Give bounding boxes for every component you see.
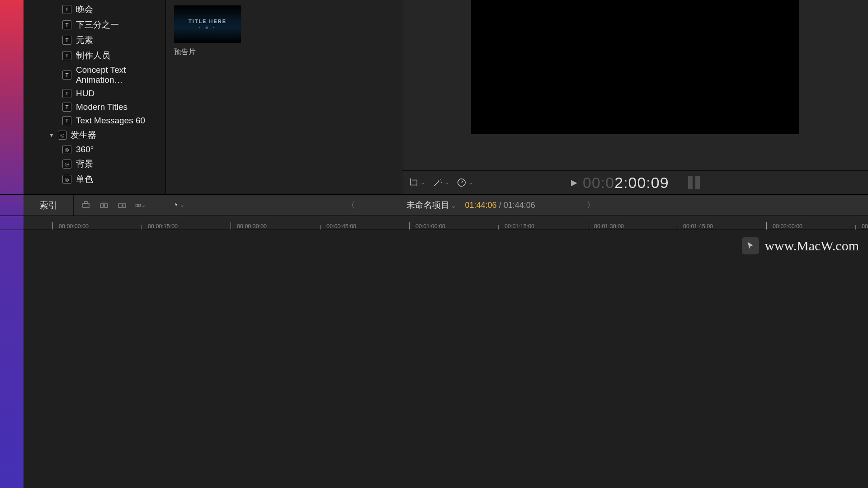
sidebar-group-generators[interactable]: ▼ ◎ 发生器: [24, 127, 165, 143]
sidebar-generator-item[interactable]: ◎背景: [24, 156, 165, 172]
viewer-toolbar: ⌵ ⌵ ⌵ ▶ 00:02:00:09: [402, 170, 868, 194]
sidebar: T晚会 T下三分之一 T元素 T制作人员 TConcept Text Anima…: [24, 0, 166, 194]
disclosure-triangle-icon: ▼: [49, 132, 54, 138]
chevron-down-icon: ⌵: [445, 180, 448, 186]
ruler-tick: 00:01:30:00: [594, 223, 624, 230]
sidebar-label: Text Messages 60: [76, 116, 145, 126]
gauge-icon: [457, 178, 467, 188]
total-time: 01:44:06: [504, 201, 535, 210]
crop-icon: [409, 178, 419, 188]
title-icon: T: [62, 70, 71, 80]
sidebar-generator-item[interactable]: ◎单色: [24, 172, 165, 187]
sidebar-label: Modern Titles: [76, 102, 127, 112]
project-info: 〈 未命名项目 ⌵ 01:44:06 / 01:44:06 〉: [342, 199, 599, 211]
connect-clip-icon[interactable]: [81, 200, 91, 210]
svg-rect-1: [83, 203, 89, 207]
ruler-tick: 00:01:15:00: [505, 223, 534, 230]
history-forward-button[interactable]: 〉: [582, 200, 599, 211]
enhance-tool-button[interactable]: ⌵: [433, 178, 448, 188]
sidebar-label: 制作人员: [76, 50, 110, 61]
timeline-tool-row: ⌵ ⌵: [74, 200, 184, 210]
history-back-button[interactable]: 〈: [342, 200, 359, 211]
sidebar-title-item[interactable]: T下三分之一: [24, 17, 165, 33]
ruler-tick: 00:: [862, 223, 868, 230]
title-icon: T: [62, 5, 71, 14]
sidebar-title-item[interactable]: TConcept Text Animation…: [24, 63, 165, 87]
sidebar-title-item[interactable]: T制作人员: [24, 48, 165, 63]
app-root: T晚会 T下三分之一 T元素 T制作人员 TConcept Text Anima…: [0, 0, 868, 488]
project-name[interactable]: 未命名项目 ⌵: [406, 199, 455, 211]
title-icon: T: [62, 89, 71, 98]
timeline-header: 索引 ⌵ ⌵ 〈 未命名项目 ⌵ 01:44:06 / 01:44:06 〉: [0, 194, 868, 216]
viewer-area: [402, 0, 868, 170]
title-icon: T: [62, 36, 71, 45]
sidebar-label: Concept Text Animation…: [76, 65, 165, 85]
desktop-edge: [0, 0, 24, 194]
chevron-down-icon: ⌵: [142, 202, 145, 208]
ruler-tick: 00:00:00:00: [59, 223, 89, 230]
current-time: 01:44:06: [465, 201, 497, 210]
timecode-value: 2:00:09: [614, 174, 669, 192]
sidebar-title-item[interactable]: T晚会: [24, 2, 165, 17]
sidebar-title-item[interactable]: THUD: [24, 87, 165, 100]
project-timecode: 01:44:06 / 01:44:06: [465, 201, 535, 210]
generator-icon: ◎: [58, 131, 67, 140]
title-icon: T: [62, 20, 71, 29]
watermark: www.MacW.com: [742, 237, 859, 254]
svg-rect-6: [123, 204, 126, 207]
ruler-tick: 00:02:00:00: [773, 223, 802, 230]
overwrite-clip-icon[interactable]: ⌵: [135, 200, 145, 210]
top-region: T晚会 T下三分之一 T元素 T制作人员 TConcept Text Anima…: [0, 0, 868, 194]
ruler-tick: 00:00:45:00: [326, 223, 356, 230]
ruler-tick: 00:00:15:00: [148, 223, 178, 230]
sidebar-label: 背景: [76, 158, 93, 170]
retime-tool-button[interactable]: ⌵: [457, 178, 472, 188]
effect-thumbnail[interactable]: TITLE HERE • ■ •: [174, 5, 241, 43]
append-clip-icon[interactable]: [117, 200, 127, 210]
ruler-tick: 00:01:45:00: [683, 223, 713, 230]
sidebar-title-item[interactable]: TModern Titles: [24, 100, 165, 114]
title-icon: T: [62, 103, 71, 112]
play-icon[interactable]: ▶: [571, 178, 577, 188]
svg-rect-5: [118, 204, 122, 207]
index-label: 索引: [39, 199, 57, 211]
sidebar-title-item[interactable]: T元素: [24, 33, 165, 48]
index-button[interactable]: 索引: [24, 195, 74, 216]
sidebar-label: 单色: [76, 174, 93, 185]
effect-browser: TITLE HERE • ■ • 预告片: [166, 0, 402, 194]
ruler-tick: 00:00:30:00: [237, 223, 267, 230]
sidebar-label: 360°: [76, 145, 94, 155]
chevron-down-icon: ⌵: [181, 202, 184, 208]
sidebar-group-label: 发生器: [71, 129, 96, 141]
sidebar-generator-item[interactable]: ◎360°: [24, 143, 165, 156]
chevron-down-icon: ⌵: [421, 180, 425, 186]
select-tool-icon[interactable]: ⌵: [174, 200, 184, 210]
svg-rect-2: [85, 202, 87, 203]
title-icon: T: [62, 51, 71, 60]
sidebar-title-item[interactable]: TText Messages 60: [24, 114, 165, 127]
magic-wand-icon: [433, 178, 443, 188]
ruler-frame-dots: [53, 217, 868, 220]
viewer-canvas[interactable]: [471, 0, 799, 134]
transform-tool-button[interactable]: ⌵: [409, 178, 425, 188]
ruler-tick: 00:01:00:00: [415, 223, 445, 230]
title-icon: T: [62, 116, 71, 125]
thumbnail-title-text: TITLE HERE: [189, 19, 226, 24]
desktop-edge: [0, 216, 24, 230]
desktop-edge: [0, 195, 24, 216]
effect-thumbnail-label: 预告片: [174, 47, 402, 57]
timeline-ruler[interactable]: 00:00:00:0000:00:15:0000:00:30:0000:00:4…: [24, 216, 868, 230]
insert-clip-icon[interactable]: [99, 200, 109, 210]
svg-rect-4: [105, 204, 108, 207]
viewer-panel: ⌵ ⌵ ⌵ ▶ 00:02:00:09: [402, 0, 868, 194]
sidebar-label: 下三分之一: [76, 19, 119, 31]
thumbnail-decoration: • ■ •: [199, 25, 217, 30]
sidebar-label: 晚会: [76, 4, 93, 15]
generator-icon: ◎: [62, 175, 71, 184]
timecode-display: ▶ 00:02:00:09: [571, 174, 700, 192]
ruler-ticks: 00:00:00:0000:00:15:0000:00:30:0000:00:4…: [24, 221, 868, 230]
desktop-edge: [0, 230, 24, 488]
pause-icon[interactable]: [688, 176, 700, 189]
generator-icon: ◎: [62, 160, 71, 169]
svg-rect-7: [136, 204, 140, 206]
